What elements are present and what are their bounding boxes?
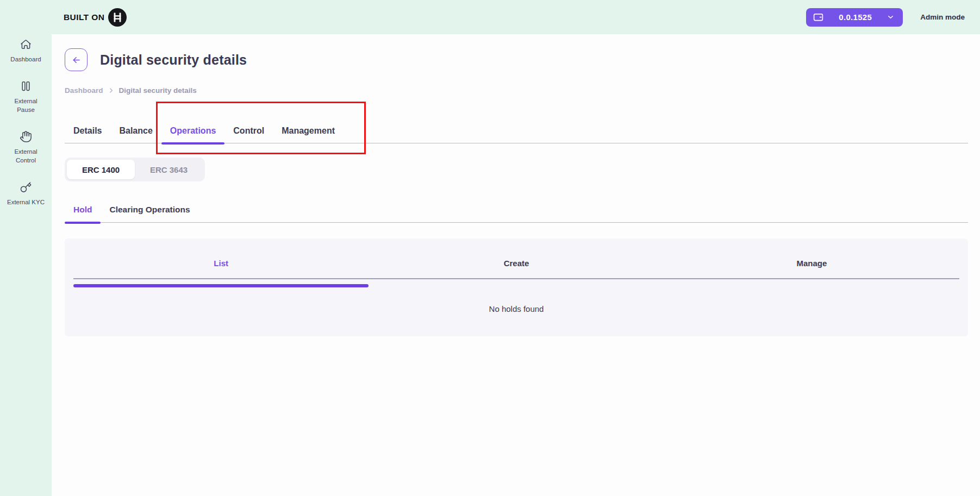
hand-icon <box>20 130 32 143</box>
empty-state: No holds found <box>65 281 968 336</box>
sidebar-item-external-kyc[interactable]: External KYC <box>0 181 52 206</box>
toggle-erc-1400[interactable]: ERC 1400 <box>67 160 135 179</box>
home-icon <box>20 38 32 51</box>
hedera-logo-icon <box>108 8 127 27</box>
main-content: Digital security details Dashboard Digit… <box>52 34 980 496</box>
account-id: 0.0.1525 <box>839 12 872 22</box>
sidebar-item-label: External KYC <box>7 198 46 206</box>
chevron-down-icon <box>887 13 895 21</box>
standard-toggle: ERC 1400 ERC 3643 <box>65 158 205 181</box>
sidebar-item-external-pause[interactable]: External Pause <box>0 80 52 114</box>
breadcrumb-dashboard[interactable]: Dashboard <box>65 86 103 95</box>
admin-mode-label: Admin mode <box>920 13 965 21</box>
brand: BUILT ON <box>64 8 127 27</box>
empty-state-message: No holds found <box>489 304 544 313</box>
sidebar-item-label: External Pause <box>7 97 46 114</box>
tab-control[interactable]: Control <box>224 118 273 143</box>
sidebar-item-external-control[interactable]: External Control <box>0 130 52 165</box>
tab-operations[interactable]: Operations <box>161 118 224 143</box>
account-badge[interactable]: 0.0.1525 <box>806 8 903 27</box>
page-header: Digital security details <box>65 48 968 71</box>
tab-management[interactable]: Management <box>273 118 344 143</box>
holds-tab-bar: List Create Manage <box>65 238 968 281</box>
breadcrumb-current: Digital security details <box>119 86 197 95</box>
sidebar-item-dashboard[interactable]: Dashboard <box>0 38 52 64</box>
back-button[interactable] <box>65 48 88 71</box>
main-tab-bar: Details Balance Operations Control Manag… <box>65 118 968 143</box>
breadcrumb: Dashboard Digital security details <box>65 85 968 95</box>
tab-list[interactable]: List <box>73 245 369 281</box>
tab-hold[interactable]: Hold <box>65 197 101 222</box>
holds-panel: List Create Manage No holds found <box>65 238 968 336</box>
sidebar-item-label: External Control <box>7 147 46 165</box>
topbar-right: 0.0.1525 Admin mode <box>806 8 965 27</box>
toggle-erc-3643[interactable]: ERC 3643 <box>135 160 203 179</box>
chevron-right-icon <box>108 87 115 94</box>
sidebar-item-label: Dashboard <box>7 55 46 64</box>
tab-details[interactable]: Details <box>65 118 110 143</box>
arrow-left-icon <box>71 55 82 65</box>
wallet-icon <box>813 11 824 23</box>
tab-create[interactable]: Create <box>369 245 664 281</box>
page-title: Digital security details <box>100 52 247 68</box>
tab-manage[interactable]: Manage <box>664 245 959 281</box>
topbar: BUILT ON 0.0.1525 <box>0 0 980 34</box>
pause-icon <box>20 80 32 92</box>
tab-clearing-operations[interactable]: Clearing Operations <box>101 197 198 222</box>
tab-balance[interactable]: Balance <box>110 118 161 143</box>
operation-tab-bar: Hold Clearing Operations <box>65 197 968 223</box>
brand-text: BUILT ON <box>64 12 104 22</box>
key-icon <box>20 181 32 193</box>
sidebar: Dashboard External Pause External Contro… <box>0 34 52 496</box>
